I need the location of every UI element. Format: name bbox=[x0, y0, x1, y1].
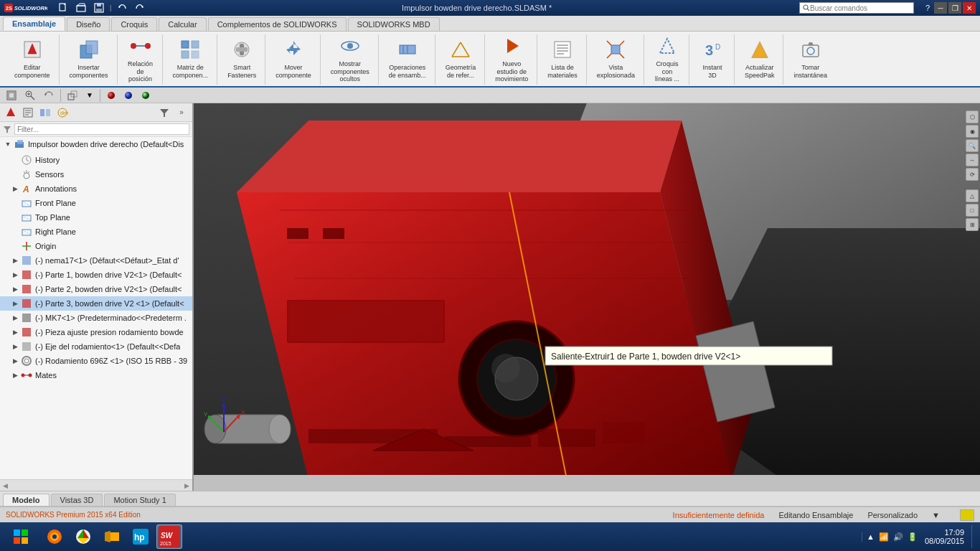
tab-calcular[interactable]: Calcular bbox=[159, 17, 206, 31]
close-btn[interactable]: ✕ bbox=[963, 2, 976, 14]
dim-xpert-btn[interactable]: dim bbox=[55, 105, 70, 120]
3d-viewport[interactable]: Saliente-Extruir1 de Parte 1, bowden dri… bbox=[194, 103, 980, 475]
tab-diseno[interactable]: Diseño bbox=[67, 17, 110, 31]
svg-rect-80 bbox=[17, 140, 23, 144]
redo-btn[interactable] bbox=[131, 0, 149, 16]
help-btn[interactable]: ? bbox=[921, 2, 934, 14]
tab-croquis[interactable]: Croquis bbox=[111, 17, 157, 31]
parte2-expand[interactable]: ▶ bbox=[10, 284, 20, 294]
tab-vistas-3d[interactable]: Vistas 3D bbox=[51, 494, 103, 506]
tab-ensamblaje[interactable]: Ensamblaje bbox=[3, 17, 65, 31]
zoom-select-btn[interactable] bbox=[22, 89, 39, 102]
tree-search-input[interactable] bbox=[14, 123, 189, 135]
btn-insertar-componentes[interactable]: Insertarcomponentes bbox=[65, 37, 113, 83]
btn-croquis-lineas[interactable]: Croquisconlíneas ... bbox=[650, 33, 684, 86]
btn-actualizar-speedpak[interactable]: ActualizarSpeedPak bbox=[740, 37, 779, 83]
tree-item-pieza-ajuste[interactable]: ▶ (-) Pieza ajuste presion rodamiento bo… bbox=[0, 325, 192, 339]
search-box[interactable] bbox=[799, 2, 914, 14]
tree-item-mates[interactable]: ▶ Mates bbox=[0, 368, 192, 382]
btn-nuevo-estudio[interactable]: Nuevoestudio demovimiento bbox=[491, 33, 532, 86]
tree-item-parte2[interactable]: ▶ (-) Parte 2, bowden drive V2<1> (Defau… bbox=[0, 282, 192, 296]
color2-btn[interactable] bbox=[121, 89, 136, 102]
open-btn[interactable] bbox=[72, 0, 90, 16]
btn-mostrar-ocultos[interactable]: Mostrarcomponentesocultos bbox=[326, 33, 374, 86]
tree-item-parte1[interactable]: ▶ (-) Parte 1, bowden drive V2<1> (Defau… bbox=[0, 268, 192, 282]
undo-btn[interactable] bbox=[113, 0, 131, 16]
tree-item-sensors[interactable]: Sensors bbox=[0, 167, 192, 182]
tree-item-history[interactable]: History bbox=[0, 153, 192, 167]
status-dropdown-btn[interactable]: ▼ bbox=[932, 511, 940, 519]
btn-vista-explosionada[interactable]: Vistaexplosionada bbox=[593, 37, 639, 83]
btn-matriz-componentes[interactable]: Matriz decomponen... bbox=[169, 37, 213, 83]
property-mgr-btn[interactable] bbox=[20, 105, 36, 120]
rt-btn-3[interactable]: 🔍 bbox=[966, 139, 979, 152]
parte1-expand[interactable]: ▶ bbox=[10, 270, 20, 280]
tree-root-item[interactable]: ▼ Impulsor bowden drive derecho (Default… bbox=[0, 137, 192, 151]
new-btn[interactable] bbox=[55, 0, 72, 16]
tree-item-eje-rodamiento[interactable]: ▶ (-) Eje del rodamiento<1> (Default<<De… bbox=[0, 339, 192, 354]
btn-relacion-posicion[interactable]: Relacióndeposición bbox=[123, 33, 158, 86]
btn-operaciones-ensam[interactable]: Operacionesde ensamb... bbox=[385, 37, 430, 83]
tab-modelo[interactable]: Modelo bbox=[3, 494, 50, 506]
zoom-fit-btn[interactable] bbox=[3, 89, 20, 102]
tree-item-nema17[interactable]: ▶ (-) nema17<1> (Défaut<<Défaut>_Etat d' bbox=[0, 253, 192, 268]
parte3-expand[interactable]: ▶ bbox=[10, 298, 20, 309]
rt-btn-6[interactable]: △ bbox=[966, 189, 979, 202]
tree-item-front-plane[interactable]: Front Plane bbox=[0, 196, 192, 210]
solidworks-taskbar-btn[interactable]: SW2015 bbox=[156, 524, 182, 549]
explorer-btn[interactable] bbox=[99, 524, 125, 549]
config-mgr-btn[interactable] bbox=[37, 105, 53, 120]
tree-item-origin[interactable]: Origin bbox=[0, 239, 192, 253]
btn-editar-componente[interactable]: Editarcomponente bbox=[10, 37, 55, 83]
tab-motion-study-1[interactable]: Motion Study 1 bbox=[104, 494, 175, 506]
tree-item-top-plane[interactable]: Top Plane bbox=[0, 210, 192, 225]
show-desktop-btn[interactable] bbox=[971, 524, 977, 549]
rt-btn-8[interactable]: ⊞ bbox=[966, 218, 979, 231]
save-btn[interactable] bbox=[90, 0, 108, 16]
minimize-btn[interactable]: ─ bbox=[934, 2, 947, 14]
rt-btn-7[interactable]: □ bbox=[966, 204, 979, 217]
rodamiento-expand[interactable]: ▶ bbox=[10, 356, 20, 366]
hp-btn[interactable]: hp bbox=[128, 524, 154, 549]
scroll-left[interactable]: ◀ bbox=[3, 482, 8, 489]
btn-instant-3d[interactable]: 3D Instant3D bbox=[695, 37, 730, 83]
nema17-expand[interactable]: ▶ bbox=[10, 255, 20, 265]
btn-lista-materiales[interactable]: Lista demateriales bbox=[543, 37, 582, 83]
tree-item-annotations[interactable]: ▶ A Annotations bbox=[0, 182, 192, 196]
view-orient-btn[interactable] bbox=[64, 89, 81, 102]
filter-btn[interactable] bbox=[156, 105, 172, 120]
search-input[interactable] bbox=[810, 4, 910, 12]
firefox-btn[interactable] bbox=[42, 524, 67, 549]
mates-expand[interactable]: ▶ bbox=[10, 370, 20, 380]
color3-btn[interactable] bbox=[138, 89, 154, 102]
scroll-right[interactable]: ▶ bbox=[184, 482, 189, 489]
annotations-expand[interactable]: ▶ bbox=[10, 184, 20, 194]
rt-btn-4[interactable]: ↔ bbox=[966, 154, 979, 166]
restore-btn[interactable]: ❐ bbox=[948, 2, 961, 14]
taskbar-time[interactable]: 17:09 08/09/2015 bbox=[925, 528, 969, 545]
btn-smart-fasteners[interactable]: SmartFasteners bbox=[223, 37, 260, 83]
btn-geometria-refer[interactable]: Geometríade refer... bbox=[441, 37, 481, 83]
root-expand-btn[interactable]: ▼ bbox=[3, 139, 13, 149]
start-button[interactable] bbox=[3, 524, 39, 549]
tree-item-rodamiento[interactable]: ▶ (-) Rodamiento 696Z <1> (ISO 15 RBB - … bbox=[0, 354, 192, 368]
color1-btn[interactable] bbox=[103, 89, 119, 102]
expand-all-btn[interactable]: » bbox=[174, 105, 189, 120]
rt-btn-2[interactable]: ◉ bbox=[966, 125, 979, 138]
tab-complementos[interactable]: Complementos de SOLIDWORKS bbox=[208, 17, 347, 31]
rotate-view-btn[interactable] bbox=[40, 89, 57, 102]
rt-btn-5[interactable]: ⟳ bbox=[966, 168, 979, 181]
tab-mbd[interactable]: SOLIDWORKS MBD bbox=[348, 17, 440, 31]
display-style-btn[interactable]: ▼ bbox=[83, 89, 97, 102]
eje-expand[interactable]: ▶ bbox=[10, 342, 20, 352]
view-cube-btn[interactable]: ⬡ bbox=[966, 110, 979, 123]
chrome-btn[interactable] bbox=[70, 524, 96, 549]
tree-item-right-plane[interactable]: Right Plane bbox=[0, 225, 192, 239]
btn-mover-componente[interactable]: Movercomponente bbox=[271, 37, 316, 83]
tree-item-mk7[interactable]: ▶ (-) MK7<1> (Predeterminado<<Predeterm … bbox=[0, 311, 192, 325]
btn-tomar-instantanea[interactable]: Tomarinstantánea bbox=[789, 37, 831, 83]
pieza-expand[interactable]: ▶ bbox=[10, 327, 20, 337]
mk7-expand[interactable]: ▶ bbox=[10, 313, 20, 323]
tree-item-parte3[interactable]: ▶ (-) Parte 3, bowden drive V2 <1> (Defa… bbox=[0, 296, 192, 311]
feature-mgr-btn[interactable] bbox=[3, 105, 19, 120]
